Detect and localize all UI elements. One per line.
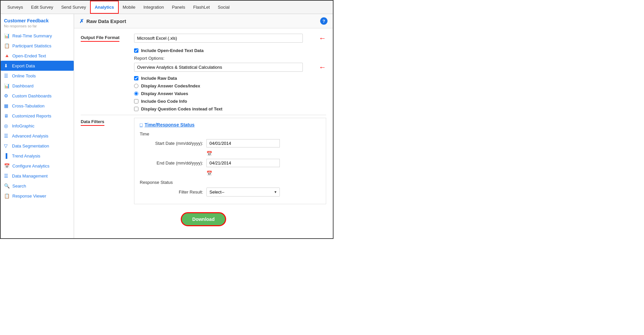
end-date-label: End Date (mm/dd/yyyy):	[140, 160, 203, 165]
filter-result-label: Filter Result:	[140, 190, 203, 195]
list-icon: 📋	[4, 43, 10, 48]
sidebar-item-real-time-summary[interactable]: 📊 Real-Time Summary	[1, 31, 74, 41]
trend-icon: ▐	[4, 153, 9, 158]
sidebar-item-label: Participant Statistics	[12, 43, 51, 48]
text-icon: 🔺	[4, 53, 10, 58]
report-options-select[interactable]: Overview Analytics & Statistical Calcula…	[134, 63, 303, 72]
output-format-label-col: Output File Format	[81, 34, 134, 42]
start-calendar-icon[interactable]: 📅	[206, 151, 212, 156]
sidebar-item-label: Data Segmentation	[12, 143, 49, 148]
include-open-ended-option: Include Open-Ended Text Data	[134, 48, 326, 53]
include-raw-data-label: Include Raw Data	[141, 76, 177, 81]
bars-icon: ☰	[4, 133, 9, 138]
sidebar-item-export-data[interactable]: ⬇ Export Data	[1, 61, 74, 71]
start-date-label: Start Date (mm/dd/yyyy):	[140, 141, 203, 146]
include-geo-code-checkbox[interactable]	[134, 99, 138, 103]
dashboard-icon: 📊	[4, 83, 10, 88]
sidebar-item-label: Data Management	[12, 174, 48, 179]
end-date-input[interactable]	[206, 159, 280, 167]
sidebar-item-label: Advanced Analysis	[12, 133, 48, 138]
display-answer-codes-radio[interactable]	[134, 84, 138, 88]
sidebar-item-configure-analytics[interactable]: 📅 Configure Analytics	[1, 161, 74, 171]
nav-item-panels[interactable]: Panels	[168, 1, 189, 13]
filter-result-row: Filter Result: Select-- All Complete Inc…	[140, 188, 320, 197]
sidebar-item-response-viewer[interactable]: 📋 Response Viewer	[1, 191, 74, 201]
sidebar-item-label: Trend Analysis	[12, 153, 40, 158]
sidebar-item-customized-reports[interactable]: 🖥 Customized Reports	[1, 111, 74, 121]
time-response-header[interactable]: □ Time/Response Status	[140, 122, 320, 127]
output-format-row: Output File Format Microsoft Excel (.xls…	[81, 34, 326, 43]
sidebar-item-label: Online Tools	[12, 73, 36, 78]
nav-item-flashlet[interactable]: FlashLet	[189, 1, 214, 13]
response-status-group-title: Response Status	[140, 180, 320, 185]
start-date-calendar-row: 📅	[206, 151, 320, 156]
display-answer-values-radio[interactable]	[134, 91, 138, 96]
start-date-input[interactable]	[206, 139, 280, 147]
nav-item-surveys[interactable]: Surveys	[3, 1, 27, 13]
include-open-ended-label: Include Open-Ended Text Data	[141, 48, 204, 53]
data-filters-label-col: Data Filters	[81, 118, 134, 126]
options-block: Include Open-Ended Text Data Report Opti…	[134, 48, 326, 111]
nav-item-edit-survey[interactable]: Edit Survey	[27, 1, 57, 13]
page-title-group: ✗ Raw Data Export	[79, 18, 126, 24]
divider	[81, 115, 326, 115]
include-geo-code-label: Include Geo Code Info	[141, 99, 187, 104]
filters-content: □ Time/Response Status Time Start Date (…	[134, 118, 326, 204]
display-question-codes-option: Display Question Codes instead of Text	[134, 106, 326, 111]
display-question-codes-label: Display Question Codes instead of Text	[141, 106, 222, 111]
nav-item-integration[interactable]: Integration	[139, 1, 168, 13]
start-date-row: Start Date (mm/dd/yyyy):	[140, 139, 320, 147]
nav-item-send-survey[interactable]: Send Survey	[57, 1, 90, 13]
sidebar-item-data-management[interactable]: ☰ Data Management	[1, 171, 74, 181]
nav-item-analytics[interactable]: Analytics	[90, 1, 119, 14]
end-date-row: End Date (mm/dd/yyyy):	[140, 159, 320, 167]
nav-item-mobile[interactable]: Mobile	[119, 1, 139, 13]
page-title: Raw Data Export	[86, 18, 126, 24]
report-options-dropdown-wrapper: Overview Analytics & Statistical Calcula…	[134, 63, 303, 72]
sidebar-item-trend-analysis[interactable]: ▐ Trend Analysis	[1, 151, 74, 161]
filter-result-wrapper: Select-- All Complete Incomplete ▼	[206, 188, 280, 197]
output-format-select[interactable]: Microsoft Excel (.xls) CSV SPSS Tab Deli…	[134, 34, 303, 43]
include-open-ended-checkbox[interactable]	[134, 48, 138, 53]
gear-icon: ⚙	[4, 93, 9, 98]
sidebar-item-custom-dashboards[interactable]: ⚙ Custom Dashboards	[1, 91, 74, 101]
sidebar-item-infographic[interactable]: ◎ InfoGraphic	[1, 121, 74, 131]
viewer-icon: 📋	[4, 193, 10, 199]
sidebar-item-participant-statistics[interactable]: 📋 Participant Statistics	[1, 41, 74, 51]
display-answer-values-option: Display Answer Values	[134, 91, 326, 96]
circle-icon: ◎	[4, 123, 9, 128]
sidebar-item-label: Cross-Tabulation	[12, 103, 45, 108]
sidebar-item-open-ended-text[interactable]: 🔺 Open-Ended Text	[1, 51, 74, 61]
download-button[interactable]: Download	[181, 212, 226, 226]
display-answer-codes-label: Display Answer Codes/Index	[141, 83, 200, 88]
filter-result-select[interactable]: Select-- All Complete Incomplete	[206, 188, 280, 197]
sidebar-item-advanced-analysis[interactable]: ☰ Advanced Analysis	[1, 131, 74, 141]
sidebar-item-dashboard[interactable]: 📊 Dashboard	[1, 81, 74, 91]
include-raw-data-checkbox[interactable]	[134, 76, 138, 80]
sidebar-item-cross-tabulation[interactable]: ▦ Cross-Tabulation	[1, 101, 74, 111]
calendar-icon: 📅	[4, 163, 10, 169]
form-area: Output File Format Microsoft Excel (.xls…	[74, 28, 333, 238]
report-options-wrapper: Overview Analytics & Statistical Calcula…	[134, 63, 326, 72]
end-calendar-icon[interactable]: 📅	[206, 171, 212, 176]
output-format-label: Output File Format	[81, 35, 119, 42]
raw-data-icon: ✗	[79, 18, 84, 24]
sidebar-item-search[interactable]: 🔍 Search	[1, 181, 74, 191]
top-navigation: Surveys Edit Survey Send Survey Analytic…	[1, 1, 333, 14]
nav-item-social[interactable]: Social	[214, 1, 233, 13]
output-format-wrapper: Microsoft Excel (.xls) CSV SPSS Tab Deli…	[134, 34, 303, 43]
sidebar-item-label: Real-Time Summary	[12, 33, 52, 38]
sidebar-item-label: Response Viewer	[12, 194, 46, 199]
sidebar-item-label: Configure Analytics	[12, 163, 49, 169]
sidebar-item-label: Export Data	[12, 63, 35, 68]
main-layout: Customer Feedback No responses so far 📊 …	[1, 14, 333, 238]
sidebar-item-online-tools[interactable]: ☰ Online Tools	[1, 71, 74, 81]
sidebar-item-label: Custom Dashboards	[12, 93, 52, 98]
help-button[interactable]: ?	[320, 17, 328, 25]
red-arrow-report: ←	[319, 63, 326, 72]
sidebar-item-data-segmentation[interactable]: ▽ Data Segmentation	[1, 141, 74, 151]
end-date-calendar-row: 📅	[206, 171, 320, 176]
time-group-title: Time	[140, 131, 320, 136]
display-question-codes-checkbox[interactable]	[134, 107, 138, 111]
content-area: ✗ Raw Data Export ? Output File Format M…	[74, 14, 333, 238]
